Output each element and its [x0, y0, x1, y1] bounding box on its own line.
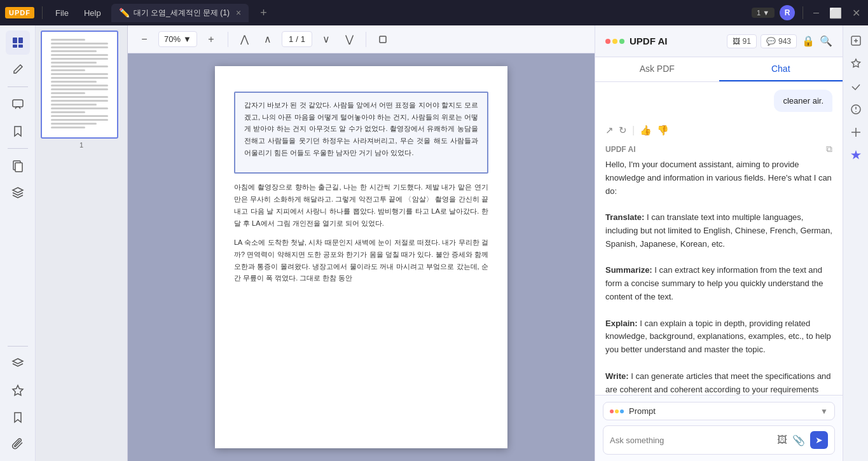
copy-btn[interactable]: ⧉	[826, 144, 832, 155]
sidebar-edit-btn[interactable]	[6, 57, 30, 81]
pdf-content[interactable]: 갑자기 바보가 된 것 같았다. 사람들 앞에서 어떤 표정을 지어야 할지도 …	[128, 53, 595, 461]
titlebar-divider2	[803, 6, 803, 19]
sidebar-layers2-btn[interactable]	[6, 352, 30, 376]
current-page: 1	[289, 34, 293, 44]
external-link-btn[interactable]: ↗	[605, 125, 614, 136]
ai-message: UPDF AI ⧉ Hello, I'm your document assis…	[605, 144, 832, 395]
help-menu[interactable]: Help	[79, 6, 106, 20]
lock-icon[interactable]: 🔒	[802, 35, 815, 47]
new-tab-btn[interactable]: +	[256, 6, 271, 20]
titlebar-divider	[42, 6, 43, 19]
tab-chat[interactable]: Chat	[719, 57, 843, 81]
maximize-btn[interactable]: ⬜	[827, 7, 844, 19]
next-page-btn[interactable]: ∨	[317, 31, 335, 48]
send-btn[interactable]: ➤	[810, 431, 828, 449]
chat-counter: 💬 943	[761, 34, 797, 48]
toolbar-divider1	[228, 32, 228, 47]
highlighted-paragraph: 갑자기 바보가 된 것 같았다. 사람들 앞에서 어떤 표정을 지어야 할지도 …	[234, 92, 488, 174]
image-upload-btn[interactable]: 🖼	[777, 434, 787, 446]
thumbs-up-btn[interactable]: 👍	[640, 125, 652, 136]
pdf-page: 갑자기 바보가 된 것 같았다. 사람들 앞에서 어떤 표정을 지어야 할지도 …	[215, 66, 507, 448]
current-tab[interactable]: ✏️ 대기 오염_세계적인 문제 (1) ×	[111, 4, 249, 22]
titlebar-right: 1 ▼ R – ⬜ ✕	[752, 5, 863, 20]
ai-label: UPDF AI	[605, 145, 636, 154]
titlebar: UPDF File Help ✏️ 대기 오염_세계적인 문제 (1) × + …	[0, 0, 868, 25]
ai-input-area: Prompt ▼ 🖼 📎 ➤	[595, 395, 843, 461]
sidebar-thumbnail-btn[interactable]	[6, 31, 30, 55]
ai-tabs: Ask PDF Chat	[595, 57, 843, 82]
prompt-dot-blue	[620, 409, 624, 413]
image-count: 91	[743, 37, 751, 46]
minimize-btn[interactable]: –	[811, 7, 822, 18]
ai-chat-area[interactable]: cleaner air. ↗ ↻ | 👍 👎 UPDF AI ⧉ Hello, …	[595, 82, 843, 395]
thumbnail-panel[interactable]: 1	[36, 25, 128, 461]
para-highlighted: 갑자기 바보가 된 것 같았다. 사람들 앞에서 어떤 표정을 지어야 할지도 …	[244, 99, 478, 158]
sidebar-comment-btn[interactable]	[6, 92, 30, 116]
zoom-display[interactable]: 70% ▼	[158, 31, 197, 47]
right-tool-5[interactable]	[846, 122, 866, 142]
crop-btn[interactable]	[374, 31, 392, 48]
ai-panel: UPDF AI 🖼 91 💬 943 🔒 🔍 Ask PDF	[595, 25, 843, 461]
tab-ask-pdf[interactable]: Ask PDF	[595, 57, 719, 81]
tab-close-btn[interactable]: ×	[236, 8, 241, 18]
prev-page-btn[interactable]: ∧	[259, 31, 277, 48]
ai-greeting: Hello, I'm your document assistant, aimi…	[605, 160, 832, 196]
file-menu[interactable]: File	[50, 6, 74, 20]
para-1: 아침에 촬영장으로 향하는 출근길, 나는 한 시간씩 기도했다. 제발 내가 …	[234, 181, 488, 229]
thumbnail-page-1[interactable]: 1	[41, 31, 122, 149]
sidebar-bookmark2-btn[interactable]	[6, 405, 30, 429]
prompt-dot-red	[610, 409, 614, 413]
translate-feature: Translate: I can translate text into mul…	[605, 212, 832, 249]
prompt-dots	[610, 409, 624, 413]
search-icon[interactable]: 🔍	[820, 35, 832, 47]
refresh-btn[interactable]: ↻	[619, 125, 627, 136]
file-attach-btn[interactable]: 📎	[792, 434, 805, 446]
close-btn[interactable]: ✕	[850, 7, 863, 19]
first-page-btn[interactable]: ⋀	[236, 31, 254, 48]
sidebar-divider1	[8, 86, 28, 87]
svg-rect-6	[15, 163, 22, 172]
chat-count: 943	[778, 37, 791, 46]
sidebar-divider3	[8, 346, 28, 347]
zoom-out-btn[interactable]: −	[135, 31, 153, 48]
sidebar-layers-btn[interactable]	[6, 181, 30, 205]
chat-icon: 💬	[766, 37, 776, 46]
pdf-text: 갑자기 바보가 된 것 같았다. 사람들 앞에서 어떤 표정을 지어야 할지도 …	[234, 92, 488, 284]
sidebar-bookmark-btn[interactable]	[6, 119, 30, 143]
sidebar-star-btn[interactable]	[6, 378, 30, 403]
zoom-value: 70%	[164, 34, 181, 44]
far-right-panel	[843, 25, 868, 461]
ai-header: UPDF AI 🖼 91 💬 943 🔒 🔍	[595, 25, 843, 57]
page-number: 1	[41, 141, 122, 149]
ai-message-text: Hello, I'm your document assistant, aimi…	[605, 158, 832, 395]
sidebar-attach-btn[interactable]	[6, 432, 30, 456]
sidebar-bottom	[6, 343, 30, 456]
summarize-feature: Summarize: I can extract key information…	[605, 265, 823, 301]
prompt-selector[interactable]: Prompt ▼	[603, 402, 835, 420]
sidebar-pages-btn[interactable]	[6, 154, 30, 178]
toolbar-divider2	[366, 32, 366, 47]
prompt-dot-yellow	[615, 409, 619, 413]
last-page-btn[interactable]: ⋁	[340, 31, 358, 48]
svg-rect-4	[13, 100, 23, 107]
pdf-viewer: − 70% ▼ + ⋀ ∧ 1 / 1 ∨ ⋁	[128, 25, 595, 461]
page-separator: /	[296, 34, 298, 44]
right-tool-ai[interactable]	[846, 145, 866, 165]
svg-rect-7	[380, 36, 386, 43]
zoom-in-btn[interactable]: +	[202, 31, 220, 48]
total-pages: 1	[301, 34, 305, 44]
right-tool-1[interactable]	[846, 31, 866, 51]
explain-feature: Explain: I can explain a topic in depth,…	[605, 319, 831, 355]
right-tool-2[interactable]	[846, 53, 866, 74]
left-sidebar	[0, 25, 36, 461]
ai-dot-yellow	[612, 39, 617, 44]
chat-input[interactable]	[610, 436, 772, 445]
thumbs-down-btn[interactable]: 👎	[657, 125, 669, 136]
ai-logo	[605, 39, 624, 44]
version-badge[interactable]: 1 ▼	[752, 8, 775, 18]
ai-counter: 🖼 91 💬 943	[727, 34, 797, 48]
tab-title: 대기 오염_세계적인 문제 (1)	[134, 8, 230, 18]
right-tool-3[interactable]	[846, 76, 866, 97]
user-avatar[interactable]: R	[780, 5, 795, 20]
right-tool-4[interactable]	[846, 99, 866, 120]
